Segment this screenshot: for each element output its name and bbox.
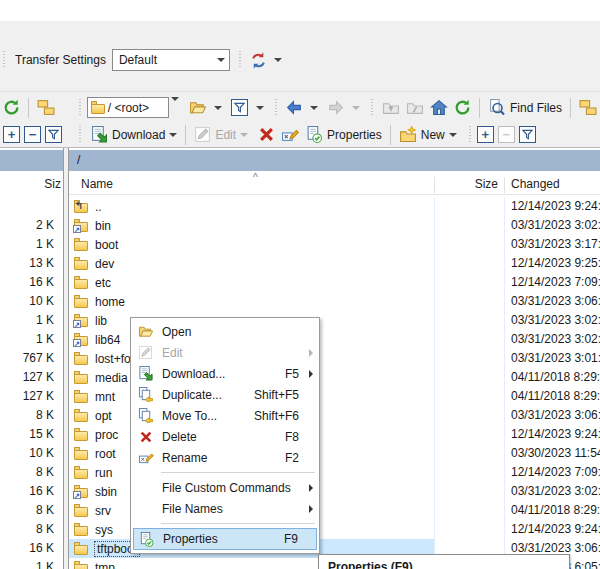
home-button[interactable] [427, 96, 451, 120]
list-item[interactable]: 15 K [0, 425, 62, 444]
navigation-toolbar: / <root> [0, 94, 600, 121]
blank-icon [137, 501, 154, 517]
edit-button[interactable]: Edit [191, 123, 251, 147]
table-row[interactable]: ↰ .. 12/14/2023 9:24:4 [69, 197, 600, 216]
table-row[interactable]: home 03/31/2023 3:06:2 [69, 292, 600, 311]
toolbar-grip[interactable] [2, 51, 7, 69]
list-item[interactable]: 127 K [0, 368, 62, 387]
back-button[interactable] [282, 96, 306, 120]
list-item[interactable]: 8 K [0, 501, 62, 520]
list-item[interactable]: 1 K [0, 330, 62, 349]
menu-item-file-custom-commands[interactable]: File Custom Commands [131, 477, 319, 498]
list-item[interactable]: 1 K [0, 311, 62, 330]
refresh-remote-button[interactable] [451, 96, 474, 120]
chevron-down-icon[interactable] [256, 106, 264, 110]
list-item[interactable] [0, 197, 62, 216]
folder-link-badge: ↗ [73, 491, 81, 499]
table-row[interactable]: boot 03/31/2023 3:17:3 [69, 235, 600, 254]
list-item[interactable]: 16 K [0, 273, 62, 292]
chevron-down-icon[interactable] [449, 133, 457, 137]
refresh-button[interactable] [0, 96, 23, 120]
tree-collapse-button[interactable] [498, 126, 515, 143]
remote-path-combobox[interactable]: / <root> [87, 97, 169, 118]
list-item[interactable]: 8 K [0, 406, 62, 425]
column-divider[interactable] [504, 177, 505, 193]
list-item[interactable]: 8 K [0, 520, 62, 539]
delete-button[interactable] [255, 123, 278, 147]
menu-item-edit[interactable]: Edit [131, 342, 319, 363]
column-divider[interactable] [434, 177, 435, 193]
chevron-down-icon[interactable] [274, 58, 282, 62]
forward-button[interactable] [324, 96, 348, 120]
list-item[interactable]: 8 K [0, 463, 62, 482]
transfer-sync-button[interactable] [247, 48, 270, 72]
list-item[interactable]: 10 K [0, 292, 62, 311]
menu-item-open[interactable]: Open [131, 321, 319, 342]
list-item[interactable]: 10 K [0, 444, 62, 463]
menu-item-rename[interactable]: Rename F2 [131, 447, 319, 468]
list-item[interactable]: 127 K [0, 387, 62, 406]
list-item[interactable]: 2 K [0, 216, 62, 235]
menu-item-properties[interactable]: Properties F9 [133, 528, 317, 550]
chevron-down-icon[interactable] [310, 106, 318, 110]
tree-expand-button[interactable] [477, 126, 494, 143]
local-path-bar[interactable] [0, 150, 63, 171]
column-header-name[interactable]: Name [81, 177, 113, 191]
table-row[interactable]: etc 12/14/2023 7:09:3 [69, 273, 600, 292]
open-directory-button[interactable] [186, 96, 210, 120]
table-row[interactable]: dev 12/14/2023 9:25:1 [69, 254, 600, 273]
list-item[interactable]: 16 K [0, 539, 62, 558]
list-item[interactable]: 1 K [0, 235, 62, 254]
local-size-column-header[interactable]: Siz [0, 177, 62, 191]
remote-path-bar[interactable]: / [69, 150, 600, 171]
transfer-settings-combobox[interactable]: Default [112, 49, 230, 71]
tree-expand-button[interactable] [3, 126, 20, 143]
find-files-button[interactable]: Find Files [485, 96, 565, 120]
list-item[interactable]: 1 K [0, 558, 62, 569]
folder-link-icon: ↗ [74, 314, 89, 327]
toolbar-grip[interactable] [238, 51, 243, 69]
column-header-changed[interactable]: Changed [511, 177, 560, 191]
queue-button[interactable] [576, 96, 600, 120]
menu-item-move-to[interactable]: Move To... Shift+F6 [131, 405, 319, 426]
toolbar-grip[interactable] [78, 126, 83, 144]
chevron-down-icon[interactable] [169, 133, 177, 137]
synchronize-browsing-button[interactable] [34, 96, 58, 120]
menu-item-download[interactable]: Download... F5 [131, 363, 319, 384]
duplicate-icon [137, 387, 154, 403]
menu-item-duplicate[interactable]: Duplicate... Shift+F5 [131, 384, 319, 405]
column-header-size[interactable]: Size [434, 177, 498, 191]
filter-button[interactable] [45, 126, 62, 143]
menu-item-delete[interactable]: Delete F8 [131, 426, 319, 447]
new-button[interactable]: New [396, 123, 460, 147]
parent-directory-button[interactable] [379, 96, 403, 120]
tree-collapse-button[interactable] [24, 126, 41, 143]
filter-button[interactable] [231, 99, 247, 116]
menu-item-file-names[interactable]: File Names [131, 498, 319, 519]
root-directory-icon [406, 99, 424, 116]
toolbar-grip[interactable] [274, 99, 279, 117]
edit-icon [137, 345, 154, 361]
file-name: run [95, 466, 112, 480]
filter-icon [522, 129, 533, 140]
table-row[interactable]: ↗ bin 03/31/2023 3:02:1 [69, 216, 600, 235]
chevron-down-icon[interactable] [352, 106, 360, 110]
chevron-down-icon[interactable] [240, 133, 248, 137]
filter-button[interactable] [519, 126, 536, 143]
toolbar-grip[interactable] [370, 99, 375, 117]
command-toolbar: Download Edit [0, 121, 600, 148]
chevron-down-icon[interactable] [169, 101, 182, 115]
toolbar-grip[interactable] [78, 99, 83, 117]
rename-button[interactable] [278, 123, 302, 147]
download-button[interactable]: Download [87, 123, 180, 147]
toolbar-grip[interactable] [468, 126, 473, 144]
file-changed: 04/11/2018 8:29:5 [511, 387, 600, 406]
root-directory-button[interactable] [403, 96, 427, 120]
chevron-down-icon[interactable] [213, 50, 229, 70]
list-item[interactable]: 16 K [0, 482, 62, 501]
list-item[interactable]: 767 K [0, 349, 62, 368]
chevron-down-icon[interactable] [214, 106, 222, 110]
rename-icon [281, 126, 299, 143]
list-item[interactable]: 13 K [0, 254, 62, 273]
properties-button[interactable]: Properties [302, 123, 385, 147]
